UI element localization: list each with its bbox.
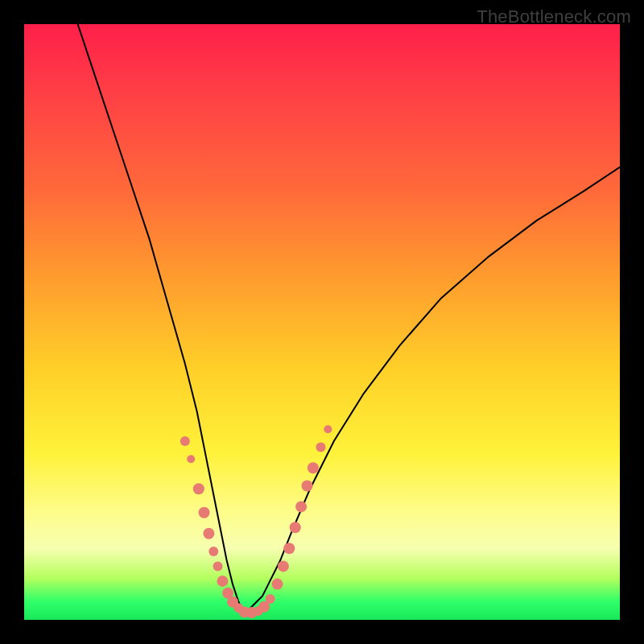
marker-point [295,501,307,512]
plot-area [24,24,620,620]
marker-point [203,528,214,539]
marker-point [233,603,243,613]
marker-point [308,462,319,473]
marker-point [290,522,301,533]
curve-group [78,24,620,614]
marker-point [227,597,238,608]
curve-left-branch [78,24,245,614]
marker-point [283,543,295,554]
marker-point [217,576,228,587]
marker-point [278,560,289,572]
marker-point [254,606,263,616]
marker-point [222,588,233,599]
marker-point [272,579,283,590]
curve-layer [24,24,620,620]
marker-point [258,601,270,613]
marker-point [246,607,258,618]
marker-point [302,481,313,492]
marker-point [324,425,332,433]
marker-point [180,436,190,446]
marker-point [187,455,195,463]
chart-stage: TheBottleneck.com [0,0,644,644]
watermark-text: TheBottleneck.com [477,6,631,27]
marker-point [316,442,326,452]
curve-right-branch [245,167,620,614]
marker-point [208,547,218,556]
marker-point [213,561,223,571]
marker-point [193,483,204,494]
marker-point [266,594,275,604]
markers-group [180,425,332,618]
marker-point [239,606,250,617]
marker-point [199,507,210,518]
